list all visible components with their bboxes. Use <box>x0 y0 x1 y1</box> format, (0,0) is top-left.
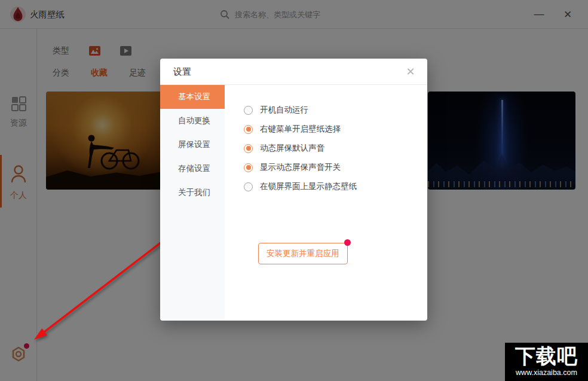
radio-context-menu[interactable] <box>244 125 253 134</box>
site-watermark: 下载吧 www.xiazaiba.com <box>505 343 588 381</box>
settings-tab-basic[interactable]: 基本设置 <box>160 85 225 109</box>
watermark-url: www.xiazaiba.com <box>505 368 588 377</box>
option-context-menu[interactable]: 右键菜单开启壁纸选择 <box>244 120 427 139</box>
option-sound-switch[interactable]: 显示动态屏保声音开关 <box>244 158 427 177</box>
option-label: 开机自动运行 <box>260 105 308 115</box>
settings-tab-autochange[interactable]: 自动更换 <box>160 109 225 133</box>
settings-tab-storage[interactable]: 存储设置 <box>160 157 225 181</box>
update-notification-dot <box>344 239 351 246</box>
option-label: 动态屏保默认声音 <box>260 143 324 154</box>
settings-close-icon[interactable]: ✕ <box>403 65 418 79</box>
option-autorun[interactable]: 开机自动运行 <box>244 100 427 120</box>
settings-dialog-title: 设置 <box>173 66 191 78</box>
watermark-title: 下载吧 <box>505 344 588 368</box>
update-button-wrap: 安装更新并重启应用 <box>258 243 348 264</box>
radio-lockscreen-wallpaper[interactable] <box>244 182 253 191</box>
install-update-button[interactable]: 安装更新并重启应用 <box>258 243 348 264</box>
settings-dialog-body: 基本设置 自动更换 屏保设置 存储设置 关于我们 开机自动运行 右键菜单开启壁纸… <box>160 85 427 320</box>
radio-screensaver-sound[interactable] <box>244 144 253 153</box>
settings-dialog: 设置 ✕ 基本设置 自动更换 屏保设置 存储设置 关于我们 开机自动运行 右键菜… <box>160 59 427 321</box>
option-lockscreen-wallpaper[interactable]: 在锁屏界面上显示静态壁纸 <box>244 177 427 196</box>
option-label: 右键菜单开启壁纸选择 <box>260 124 341 135</box>
option-screensaver-sound[interactable]: 动态屏保默认声音 <box>244 139 427 158</box>
option-label: 显示动态屏保声音开关 <box>260 162 341 173</box>
settings-tab-screensaver[interactable]: 屏保设置 <box>160 133 225 157</box>
settings-tab-about[interactable]: 关于我们 <box>160 181 225 205</box>
radio-sound-switch[interactable] <box>244 163 253 172</box>
settings-nav: 基本设置 自动更换 屏保设置 存储设置 关于我们 <box>160 85 225 320</box>
option-label: 在锁屏界面上显示静态壁纸 <box>260 181 357 192</box>
settings-dialog-header: 设置 ✕ <box>160 59 427 85</box>
settings-content: 开机自动运行 右键菜单开启壁纸选择 动态屏保默认声音 显示动态屏保声音开关 在锁… <box>225 85 427 320</box>
radio-autorun[interactable] <box>244 106 253 115</box>
